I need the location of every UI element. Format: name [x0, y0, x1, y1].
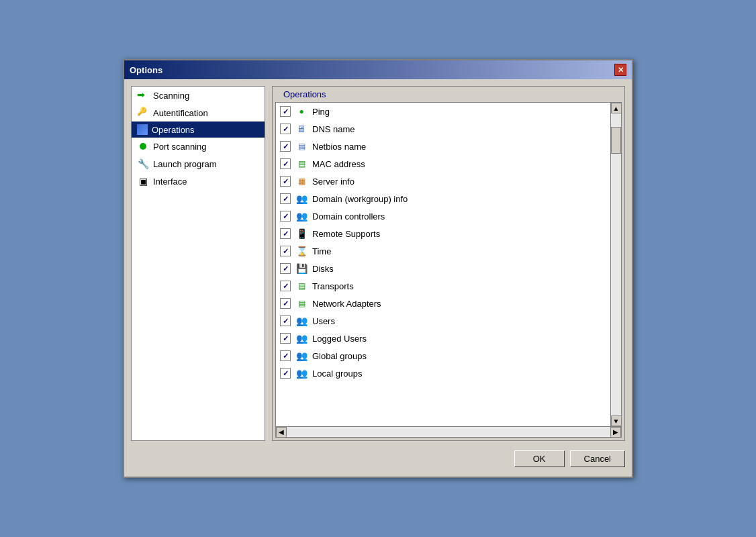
port-scanning-icon	[137, 140, 149, 152]
global-groups-label: Global groups	[312, 351, 606, 361]
sidebar-label-authentication: Autentification	[153, 108, 208, 118]
sidebar-label-operations: Operations	[152, 125, 195, 135]
scroll-left-button[interactable]: ◀	[276, 427, 287, 438]
options-dialog: Options ✕ ➡ Scanning 🔑 Autentification O…	[123, 59, 633, 478]
transports-icon: ▤	[295, 279, 308, 293]
sidebar-label-launch-program: Launch program	[153, 159, 217, 169]
interface-icon: ▣	[137, 175, 149, 187]
close-button[interactable]: ✕	[614, 64, 626, 76]
dialog-title: Options	[130, 65, 162, 75]
checkbox-netbios-name[interactable]	[280, 141, 291, 152]
list-item-mac-address[interactable]: ▤ MAC address	[276, 155, 610, 173]
disks-label: Disks	[312, 264, 606, 274]
logged-users-label: Logged Users	[312, 334, 606, 344]
scroll-up-button[interactable]: ▲	[611, 103, 622, 113]
list-item-logged-users[interactable]: 👥 Logged Users	[276, 330, 610, 347]
mac-address-label: MAC address	[312, 159, 606, 169]
checkbox-local-groups[interactable]	[280, 368, 291, 379]
operations-list-container: ● Ping 🖥 DNS name ▤	[275, 102, 622, 438]
disks-icon: 💾	[295, 262, 308, 275]
ping-icon: ●	[295, 105, 308, 118]
list-item-server-info[interactable]: ▦ Server info	[276, 173, 610, 190]
sidebar-item-interface[interactable]: ▣ Interface	[132, 173, 265, 190]
horizontal-scrollbar[interactable]: ◀ ▶	[276, 426, 621, 437]
sidebar-item-operations[interactable]: Operations	[132, 121, 265, 138]
server-info-label: Server info	[312, 177, 606, 187]
checkbox-users[interactable]	[280, 315, 291, 326]
sidebar-item-scanning[interactable]: ➡ Scanning	[132, 87, 265, 104]
list-item-time[interactable]: ⌛ Time	[276, 242, 610, 260]
domain-workgroup-info-label: Domain (workgroup) info	[312, 194, 606, 204]
operations-group: Operations ● Ping	[272, 86, 625, 441]
checkbox-mac-address[interactable]	[280, 158, 291, 169]
checkbox-domain-controllers[interactable]	[280, 211, 291, 222]
dns-name-label: DNS name	[312, 124, 606, 134]
authentication-icon: 🔑	[137, 107, 149, 119]
scroll-right-button[interactable]: ▶	[610, 427, 621, 438]
logged-users-icon: 👥	[295, 332, 308, 345]
checkbox-server-info[interactable]	[280, 176, 291, 187]
list-item-disks[interactable]: 💾 Disks	[276, 260, 610, 277]
checkbox-global-groups[interactable]	[280, 350, 291, 361]
local-groups-label: Local groups	[312, 369, 606, 379]
remote-supports-label: Remote Supports	[312, 229, 606, 239]
list-item-network-adapters[interactable]: ▤ Network Adapters	[276, 295, 610, 312]
button-area: OK Cancel	[131, 448, 625, 470]
sidebar-label-interface: Interface	[153, 177, 187, 187]
scanning-icon: ➡	[137, 89, 149, 101]
sidebar-item-port-scanning[interactable]: Port scanning	[132, 138, 265, 155]
global-groups-icon: 👥	[295, 349, 308, 362]
checkbox-dns-name[interactable]	[280, 124, 291, 134]
list-item-transports[interactable]: ▤ Transports	[276, 277, 610, 295]
vertical-scrollbar[interactable]: ▲ ▼	[610, 103, 621, 426]
checkbox-remote-supports[interactable]	[280, 228, 291, 239]
checkbox-network-adapters[interactable]	[280, 298, 291, 309]
ok-button[interactable]: OK	[514, 450, 565, 467]
checkbox-domain-workgroup-info[interactable]	[280, 193, 291, 204]
list-item-users[interactable]: 👥 Users	[276, 312, 610, 330]
time-icon: ⌛	[295, 244, 308, 258]
sidebar-item-authentication[interactable]: 🔑 Autentification	[132, 104, 265, 121]
checkbox-time[interactable]	[280, 246, 291, 256]
operations-icon	[137, 124, 148, 135]
scroll-thumb-vertical[interactable]	[611, 127, 621, 154]
list-item-domain-controllers[interactable]: 👥 Domain controllers	[276, 207, 610, 225]
right-panel: Operations ● Ping	[272, 86, 625, 441]
netbios-name-label: Netbios name	[312, 142, 606, 152]
list-item-domain-workgroup-info[interactable]: 👥 Domain (workgroup) info	[276, 190, 610, 207]
list-item-netbios-name[interactable]: ▤ Netbios name	[276, 138, 610, 155]
checkbox-disks[interactable]	[280, 263, 291, 274]
transports-label: Transports	[312, 281, 606, 291]
cancel-button[interactable]: Cancel	[570, 450, 625, 467]
domain-workgroup-info-icon: 👥	[295, 192, 308, 205]
list-item-dns-name[interactable]: 🖥 DNS name	[276, 120, 610, 138]
sidebar-label-scanning: Scanning	[153, 91, 189, 101]
dns-name-icon: 🖥	[295, 122, 308, 136]
netbios-name-icon: ▤	[295, 140, 308, 153]
server-info-icon: ▦	[295, 175, 308, 188]
list-item-global-groups[interactable]: 👥 Global groups	[276, 347, 610, 364]
scroll-down-button[interactable]: ▼	[611, 416, 622, 426]
scroll-track-horizontal	[287, 427, 610, 437]
domain-controllers-icon: 👥	[295, 209, 308, 223]
sidebar: ➡ Scanning 🔑 Autentification Operations …	[131, 86, 265, 441]
title-bar: Options ✕	[124, 60, 632, 79]
users-icon: 👥	[295, 314, 308, 328]
main-area: ➡ Scanning 🔑 Autentification Operations …	[131, 86, 625, 441]
ping-label: Ping	[312, 107, 606, 117]
checkbox-transports[interactable]	[280, 281, 291, 291]
list-item-ping[interactable]: ● Ping	[276, 103, 610, 120]
domain-controllers-label: Domain controllers	[312, 211, 606, 222]
sidebar-label-port-scanning: Port scanning	[153, 142, 207, 152]
checkbox-ping[interactable]	[280, 106, 291, 117]
list-inner: ● Ping 🖥 DNS name ▤	[276, 103, 621, 426]
mac-address-icon: ▤	[295, 157, 308, 170]
list-item-remote-supports[interactable]: 📱 Remote Supports	[276, 225, 610, 242]
network-adapters-icon: ▤	[295, 297, 308, 310]
list-item-local-groups[interactable]: 👥 Local groups	[276, 364, 610, 382]
sidebar-item-launch-program[interactable]: 🔧 Launch program	[132, 155, 265, 173]
users-label: Users	[312, 316, 606, 326]
operations-list[interactable]: ● Ping 🖥 DNS name ▤	[276, 103, 610, 426]
group-title: Operations	[281, 89, 329, 99]
checkbox-logged-users[interactable]	[280, 333, 291, 344]
